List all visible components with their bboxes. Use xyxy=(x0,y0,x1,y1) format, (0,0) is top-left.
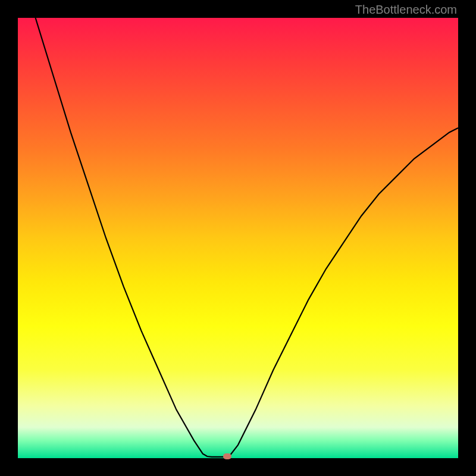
plot-area xyxy=(18,18,458,458)
watermark-text: TheBottleneck.com xyxy=(355,3,457,17)
bottleneck-curve-path xyxy=(36,18,458,457)
minimum-marker xyxy=(223,453,231,459)
curve-svg xyxy=(18,18,458,458)
chart-container: TheBottleneck.com xyxy=(0,0,476,476)
